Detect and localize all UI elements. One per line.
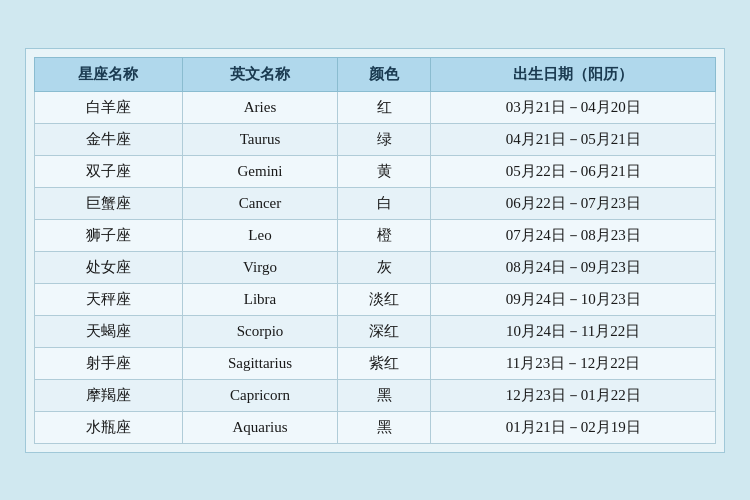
cell-dates: 05月22日－06月21日 <box>431 155 716 187</box>
cell-color: 紫红 <box>338 347 431 379</box>
cell-english: Leo <box>182 219 337 251</box>
cell-english: Sagittarius <box>182 347 337 379</box>
cell-dates: 12月23日－01月22日 <box>431 379 716 411</box>
cell-dates: 09月24日－10月23日 <box>431 283 716 315</box>
cell-english: Aquarius <box>182 411 337 443</box>
table-body: 白羊座Aries红03月21日－04月20日金牛座Taurus绿04月21日－0… <box>35 91 716 443</box>
cell-english: Taurus <box>182 123 337 155</box>
table-row: 射手座Sagittarius紫红11月23日－12月22日 <box>35 347 716 379</box>
col-header-dates: 出生日期（阳历） <box>431 57 716 91</box>
table-row: 狮子座Leo橙07月24日－08月23日 <box>35 219 716 251</box>
zodiac-table-container: 星座名称 英文名称 颜色 出生日期（阳历） 白羊座Aries红03月21日－04… <box>25 48 725 453</box>
table-row: 摩羯座Capricorn黑12月23日－01月22日 <box>35 379 716 411</box>
cell-dates: 04月21日－05月21日 <box>431 123 716 155</box>
cell-color: 黑 <box>338 379 431 411</box>
zodiac-table: 星座名称 英文名称 颜色 出生日期（阳历） 白羊座Aries红03月21日－04… <box>34 57 716 444</box>
cell-dates: 07月24日－08月23日 <box>431 219 716 251</box>
table-row: 白羊座Aries红03月21日－04月20日 <box>35 91 716 123</box>
table-row: 水瓶座Aquarius黑01月21日－02月19日 <box>35 411 716 443</box>
cell-chinese: 摩羯座 <box>35 379 183 411</box>
cell-chinese: 白羊座 <box>35 91 183 123</box>
cell-chinese: 金牛座 <box>35 123 183 155</box>
cell-chinese: 巨蟹座 <box>35 187 183 219</box>
cell-color: 淡红 <box>338 283 431 315</box>
cell-english: Virgo <box>182 251 337 283</box>
cell-english: Libra <box>182 283 337 315</box>
cell-color: 红 <box>338 91 431 123</box>
cell-dates: 11月23日－12月22日 <box>431 347 716 379</box>
cell-chinese: 水瓶座 <box>35 411 183 443</box>
table-header-row: 星座名称 英文名称 颜色 出生日期（阳历） <box>35 57 716 91</box>
cell-dates: 01月21日－02月19日 <box>431 411 716 443</box>
cell-chinese: 天秤座 <box>35 283 183 315</box>
table-row: 双子座Gemini黄05月22日－06月21日 <box>35 155 716 187</box>
cell-dates: 06月22日－07月23日 <box>431 187 716 219</box>
cell-chinese: 处女座 <box>35 251 183 283</box>
cell-english: Scorpio <box>182 315 337 347</box>
cell-chinese: 狮子座 <box>35 219 183 251</box>
col-header-english: 英文名称 <box>182 57 337 91</box>
cell-english: Cancer <box>182 187 337 219</box>
cell-dates: 08月24日－09月23日 <box>431 251 716 283</box>
cell-english: Gemini <box>182 155 337 187</box>
cell-color: 深红 <box>338 315 431 347</box>
table-row: 巨蟹座Cancer白06月22日－07月23日 <box>35 187 716 219</box>
cell-dates: 10月24日－11月22日 <box>431 315 716 347</box>
col-header-chinese: 星座名称 <box>35 57 183 91</box>
cell-chinese: 双子座 <box>35 155 183 187</box>
cell-chinese: 射手座 <box>35 347 183 379</box>
table-row: 处女座Virgo灰08月24日－09月23日 <box>35 251 716 283</box>
table-row: 金牛座Taurus绿04月21日－05月21日 <box>35 123 716 155</box>
cell-dates: 03月21日－04月20日 <box>431 91 716 123</box>
cell-color: 橙 <box>338 219 431 251</box>
cell-color: 黄 <box>338 155 431 187</box>
table-row: 天蝎座Scorpio深红10月24日－11月22日 <box>35 315 716 347</box>
table-row: 天秤座Libra淡红09月24日－10月23日 <box>35 283 716 315</box>
cell-english: Capricorn <box>182 379 337 411</box>
cell-color: 黑 <box>338 411 431 443</box>
cell-chinese: 天蝎座 <box>35 315 183 347</box>
cell-color: 灰 <box>338 251 431 283</box>
cell-color: 绿 <box>338 123 431 155</box>
col-header-color: 颜色 <box>338 57 431 91</box>
cell-color: 白 <box>338 187 431 219</box>
cell-english: Aries <box>182 91 337 123</box>
